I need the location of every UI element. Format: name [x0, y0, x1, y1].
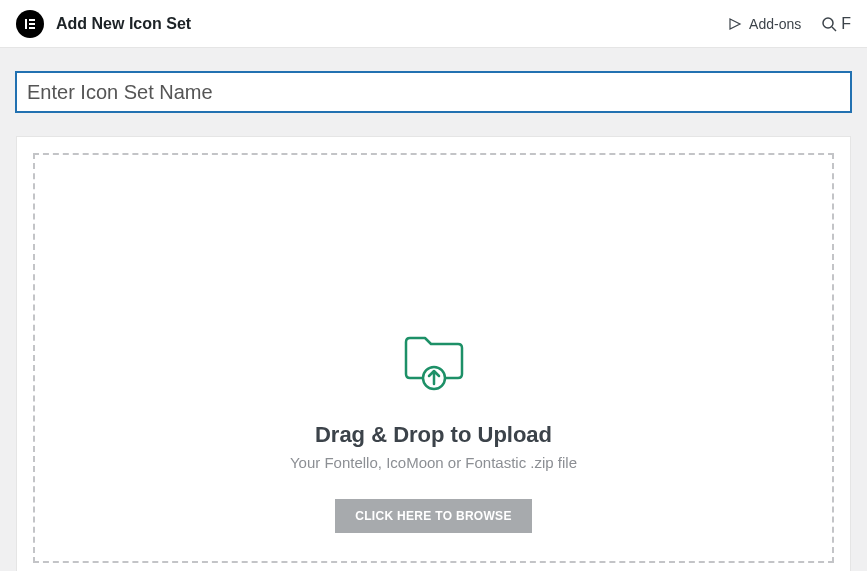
svg-point-5: [823, 18, 833, 28]
upload-panel: Drag & Drop to Upload Your Fontello, Ico…: [16, 136, 851, 571]
icon-set-name-input[interactable]: [16, 72, 851, 112]
svg-marker-4: [730, 19, 740, 29]
header-right: Add-ons F: [727, 15, 851, 33]
header-left: Add New Icon Set: [16, 10, 191, 38]
browse-button[interactable]: CLICK HERE TO BROWSE: [335, 499, 531, 533]
search-icon: [821, 16, 837, 32]
page-title: Add New Icon Set: [56, 15, 191, 33]
svg-line-6: [832, 27, 836, 31]
elementor-logo-icon: [23, 17, 37, 31]
dropzone-subtitle: Your Fontello, IcoMoon or Fontastic .zip…: [290, 454, 577, 471]
svg-rect-1: [29, 19, 35, 21]
finder-link[interactable]: F: [821, 15, 851, 33]
svg-rect-0: [25, 19, 27, 29]
content-area: Drag & Drop to Upload Your Fontello, Ico…: [0, 48, 867, 571]
folder-upload-icon: [401, 330, 467, 398]
upload-dropzone[interactable]: Drag & Drop to Upload Your Fontello, Ico…: [33, 153, 834, 563]
svg-rect-3: [29, 27, 35, 29]
addons-icon: [727, 16, 743, 32]
finder-label-partial: F: [841, 15, 851, 33]
addons-link[interactable]: Add-ons: [727, 16, 801, 32]
addons-label: Add-ons: [749, 16, 801, 32]
dropzone-title: Drag & Drop to Upload: [315, 422, 552, 448]
svg-rect-2: [29, 23, 35, 25]
page-header: Add New Icon Set Add-ons F: [0, 0, 867, 48]
elementor-logo[interactable]: [16, 10, 44, 38]
